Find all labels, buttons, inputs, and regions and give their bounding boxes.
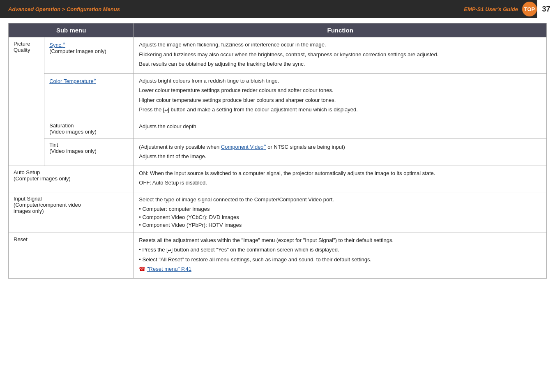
color-temperature-link[interactable]: Color Temperature» <box>49 78 96 84</box>
input-signal-intro: Select the type of image signal connecte… <box>139 196 541 204</box>
tint-line2: Adjusts the tint of the image. <box>139 152 541 161</box>
breadcrumb-part1: Advanced Operation <box>8 6 60 12</box>
reset-link-line: ☎ "Reset menu" P.41 <box>139 265 541 273</box>
table-row: Reset Resets all the adjustment values w… <box>9 233 547 278</box>
group-label-picture-quality: PictureQuality <box>9 37 44 166</box>
breadcrumb: Advanced Operation > Configuration Menus <box>8 6 120 12</box>
sync-line3: Best results can be obtained by adjustin… <box>139 60 541 68</box>
reset-menu-link[interactable]: "Reset menu" P.41 <box>147 266 191 272</box>
guide-title: EMP-S1 User's Guide <box>464 6 518 12</box>
header-right: EMP-S1 User's Guide TOP 37 <box>464 0 555 18</box>
function-auto-setup: ON: When the input source is switched to… <box>134 166 547 192</box>
submenu-color-temp: Color Temperature» <box>44 73 134 119</box>
component-video-link[interactable]: Component Video» <box>221 144 266 150</box>
submenu-tint: Tint(Video images only) <box>44 138 134 166</box>
auto-setup-off: OFF: Auto Setup is disabled. <box>139 179 541 187</box>
table-row: Color Temperature» Adjusts bright colour… <box>9 73 547 119</box>
table-row: Input Signal(Computer/component videoima… <box>9 192 547 233</box>
auto-setup-on: ON: When the input source is switched to… <box>139 169 541 178</box>
table-row: PictureQuality Sync.» (Computer images o… <box>9 37 547 74</box>
function-reset: Resets all the adjustment values within … <box>134 233 547 278</box>
header-bar: Advanced Operation > Configuration Menus… <box>0 0 555 18</box>
top-badge[interactable]: TOP <box>522 2 537 16</box>
function-sync: Adjusts the image when flickering, fuzzi… <box>134 37 547 74</box>
function-saturation: Adjusts the colour depth <box>134 119 547 138</box>
sync-line2: Flickering and fuzziness may also occur … <box>139 51 541 59</box>
tint-line1: (Adjustment is only possible when Compon… <box>139 142 541 151</box>
saturation-line1: Adjusts the colour depth <box>139 122 541 131</box>
col-submenu-header: Sub menu <box>9 23 134 37</box>
function-tint: (Adjustment is only possible when Compon… <box>134 138 547 166</box>
group-label-auto-setup: Auto Setup(Computer images only) <box>9 166 134 192</box>
list-item: Component Video (YCbCr): DVD images <box>139 213 541 221</box>
color-temp-line1: Adjusts bright colours from a reddish ti… <box>139 77 541 85</box>
group-label-input-signal: Input Signal(Computer/component videoima… <box>9 192 134 233</box>
main-table: Sub menu Function PictureQuality Sync.» … <box>8 23 547 279</box>
input-signal-list: Computer: computer images Component Vide… <box>139 205 541 229</box>
list-item: Component Video (YPbPr): HDTV images <box>139 221 541 229</box>
reset-line2: • Press the [↵] button and select "Yes" … <box>139 246 541 254</box>
table-row: Saturation(Video images only) Adjusts th… <box>9 119 547 138</box>
page-number: 37 <box>537 0 555 18</box>
reset-line3: • Select "All Reset" to restore all menu… <box>139 256 541 264</box>
submenu-sync: Sync.» (Computer images only) <box>44 37 134 74</box>
col-function-header: Function <box>134 23 547 37</box>
telephone-icon: ☎ <box>139 266 145 272</box>
table-row: Tint(Video images only) (Adjustment is o… <box>9 138 547 166</box>
color-temp-line2: Lower colour temperature settings produc… <box>139 86 541 95</box>
breadcrumb-part2: Configuration Menus <box>67 6 120 12</box>
sync-line1: Adjusts the image when flickering, fuzzi… <box>139 41 541 49</box>
function-color-temp: Adjusts bright colours from a reddish ti… <box>134 73 547 119</box>
color-temp-line3: Higher colour temperature settings produ… <box>139 96 541 104</box>
table-row: Auto Setup(Computer images only) ON: Whe… <box>9 166 547 192</box>
group-label-reset: Reset <box>9 233 134 278</box>
content-area: Sub menu Function PictureQuality Sync.» … <box>0 23 555 287</box>
sync-link[interactable]: Sync.» <box>49 42 65 48</box>
breadcrumb-separator: > <box>60 6 67 12</box>
color-temp-line4: Press the [↵] button and make a setting … <box>139 106 541 114</box>
list-item: Computer: computer images <box>139 205 541 213</box>
function-input-signal: Select the type of image signal connecte… <box>134 192 547 233</box>
reset-intro: Resets all the adjustment values within … <box>139 236 541 244</box>
submenu-saturation: Saturation(Video images only) <box>44 119 134 138</box>
